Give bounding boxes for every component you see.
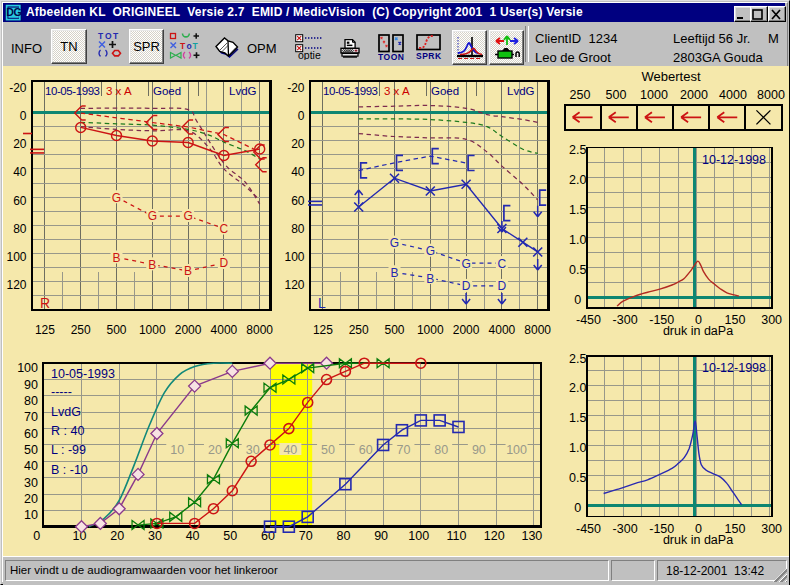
svg-text:2.0: 2.0 xyxy=(569,381,586,395)
application-window: DG Afbeelden KL ORIGINEEL Versie 2.7 EMI… xyxy=(0,0,790,585)
toolbar: INFO TN T O T SPR T o T xyxy=(3,22,785,66)
svg-text:90: 90 xyxy=(24,378,38,392)
svg-text:-20: -20 xyxy=(287,81,305,95)
svg-text:10-12-1998: 10-12-1998 xyxy=(702,153,766,167)
svg-text:T: T xyxy=(193,41,199,51)
tympanogram-button[interactable] xyxy=(452,30,487,65)
client-id: ClientID 1234 xyxy=(535,31,617,46)
audiogram-right-chart[interactable]: 10-05-19933 x AGoedLvdG-2002040608010012… xyxy=(1,71,279,346)
svg-text:2000: 2000 xyxy=(453,323,480,337)
svg-text:90: 90 xyxy=(374,529,388,543)
tone-audiogram-symbols-icon[interactable]: T O T xyxy=(96,32,123,57)
svg-text:1000: 1000 xyxy=(139,323,166,337)
client-age: Leeftijd 56 Jr. xyxy=(673,31,750,46)
svg-text:120: 120 xyxy=(484,529,505,543)
svg-text:druk in daPa: druk in daPa xyxy=(663,533,733,547)
svg-text:D: D xyxy=(462,279,471,293)
close-icon xyxy=(769,9,783,21)
client-gender: M xyxy=(768,31,779,46)
svg-text:40: 40 xyxy=(291,165,305,179)
close-button[interactable] xyxy=(768,6,786,22)
maximize-button[interactable] xyxy=(750,6,768,22)
svg-text:T: T xyxy=(113,32,119,41)
svg-text:250: 250 xyxy=(71,323,91,337)
svg-text:250: 250 xyxy=(570,88,591,102)
svg-text:120: 120 xyxy=(284,278,304,292)
svg-text:100: 100 xyxy=(506,443,527,457)
printer-icon[interactable] xyxy=(340,39,360,58)
toon-icon[interactable]: TOON xyxy=(378,34,405,60)
client-name: Leo de Groot xyxy=(535,50,611,65)
spr-button-label: SPR xyxy=(133,39,160,54)
svg-text:2000: 2000 xyxy=(175,323,202,337)
svg-text:30: 30 xyxy=(24,476,38,490)
svg-text:G: G xyxy=(183,209,192,223)
svg-text:125: 125 xyxy=(35,323,55,337)
spr-button[interactable]: SPR xyxy=(129,29,164,64)
svg-text:B: B xyxy=(390,266,398,280)
svg-text:500: 500 xyxy=(106,323,126,337)
impedance-button[interactable] xyxy=(489,30,524,65)
tympanogram-icon xyxy=(455,33,485,63)
svg-text:80: 80 xyxy=(24,394,38,408)
book-icon[interactable] xyxy=(213,36,241,59)
svg-text:G: G xyxy=(461,257,470,271)
svg-text:40: 40 xyxy=(24,459,38,473)
status-message: Hier vindt u de audiogramwaarden voor he… xyxy=(10,564,278,576)
svg-text:8000: 8000 xyxy=(524,323,551,337)
optie-checkbox-icon[interactable]: optie xyxy=(295,34,323,60)
title-bar[interactable]: DG Afbeelden KL ORIGINEEL Versie 2.7 EMI… xyxy=(3,3,785,22)
speech-audiogram-chart[interactable]: 1020304050607080901000102030405060708090… xyxy=(1,346,557,556)
status-bar: Hier vindt u de audiogramwaarden voor he… xyxy=(3,556,789,585)
opm-label[interactable]: OPM xyxy=(247,41,277,56)
svg-text:40: 40 xyxy=(13,165,27,179)
tympanogram-right-chart[interactable]: 00.51.01.52.02.5-450-300-1500150300druk … xyxy=(557,135,787,346)
status-panel-2 xyxy=(611,560,655,581)
svg-text:1.5: 1.5 xyxy=(569,203,586,217)
svg-text:70: 70 xyxy=(299,529,313,543)
svg-text:40: 40 xyxy=(186,529,200,543)
svg-text:3 x A: 3 x A xyxy=(106,85,132,97)
svg-text:60: 60 xyxy=(13,194,27,208)
svg-text:D: D xyxy=(498,279,507,293)
svg-text:10-05-1993: 10-05-1993 xyxy=(45,85,100,97)
speech-audiogram-symbols-icon[interactable]: T o T xyxy=(169,32,202,59)
svg-text:1000: 1000 xyxy=(417,323,444,337)
svg-text:2.5: 2.5 xyxy=(569,352,586,366)
audiogram-left-chart[interactable]: 10-05-19933 x AGoedLvdG-2002040608010012… xyxy=(279,71,557,346)
svg-text:120: 120 xyxy=(6,278,26,292)
svg-text:0.5: 0.5 xyxy=(569,471,586,485)
svg-text:60: 60 xyxy=(261,529,275,543)
svg-text:1.0: 1.0 xyxy=(569,441,586,455)
maximize-icon xyxy=(751,9,765,21)
svg-text:LvdG: LvdG xyxy=(51,405,81,419)
sprk-icon[interactable]: SPRK xyxy=(416,34,445,59)
svg-text:C: C xyxy=(220,222,229,236)
svg-text:Webertest: Webertest xyxy=(641,69,700,84)
minimize-icon xyxy=(735,9,749,21)
svg-text:0: 0 xyxy=(33,529,40,543)
svg-text:80: 80 xyxy=(336,529,350,543)
svg-text:130: 130 xyxy=(521,529,542,543)
svg-text:R: R xyxy=(40,295,50,311)
svg-text:O: O xyxy=(105,32,112,41)
svg-text:B: B xyxy=(148,258,156,272)
webertest-panel[interactable]: Webertest2505001000200040008000 xyxy=(557,66,787,135)
svg-text:70: 70 xyxy=(397,443,411,457)
info-label[interactable]: INFO xyxy=(11,41,42,56)
svg-text:LvdG: LvdG xyxy=(229,85,257,97)
svg-text:-300: -300 xyxy=(613,522,638,536)
tympanogram-left-chart[interactable]: 00.51.01.52.02.5-450-300-1500150300druk … xyxy=(557,346,787,557)
tn-button-label: TN xyxy=(60,39,77,54)
impedance-arrows-icon xyxy=(492,33,522,63)
svg-text:100: 100 xyxy=(17,361,38,375)
svg-text:40: 40 xyxy=(283,443,297,457)
svg-text:o: o xyxy=(187,41,192,51)
svg-text:8000: 8000 xyxy=(757,88,785,102)
svg-text:125: 125 xyxy=(313,323,333,337)
svg-text:0.5: 0.5 xyxy=(569,263,586,277)
svg-text:110: 110 xyxy=(447,529,467,543)
client-age-suffix: Jr. xyxy=(737,31,751,46)
tn-button[interactable]: TN xyxy=(51,29,87,64)
optie-label: optie xyxy=(298,49,321,61)
